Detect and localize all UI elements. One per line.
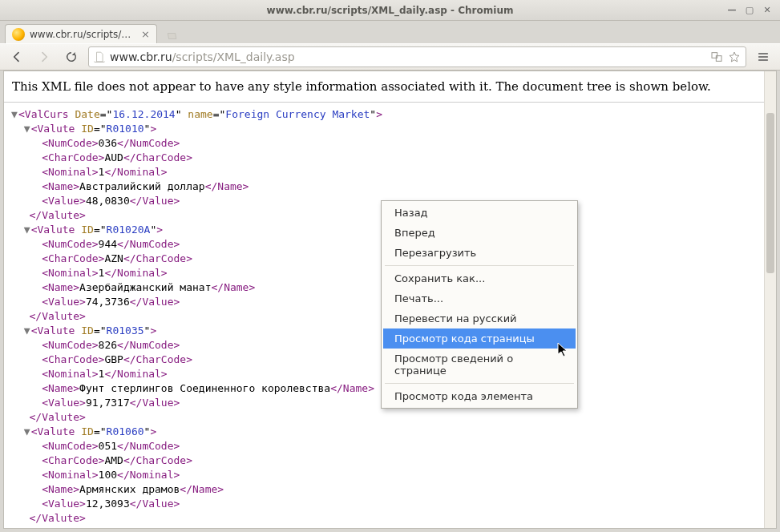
expand-toggle[interactable]: ▼ — [23, 223, 31, 237]
tab-title: www.cbr.ru/scripts/XML... — [30, 29, 135, 40]
mouse-cursor — [557, 342, 570, 361]
address-bar[interactable]: www.cbr.ru/scripts/XML_daily.asp — [88, 46, 746, 67]
arrow-right-icon — [38, 50, 51, 63]
window-minimize-button[interactable]: — — [724, 4, 740, 17]
back-button[interactable] — [6, 46, 27, 67]
window-titlebar: www.cbr.ru/scripts/XML_daily.asp - Chrom… — [0, 0, 780, 21]
vertical-scrollbar[interactable] — [764, 71, 776, 528]
tab-strip: www.cbr.ru/scripts/XML... × — [0, 21, 780, 43]
plus-icon — [166, 30, 177, 42]
menu-item[interactable]: Вперед — [383, 223, 576, 243]
menu-item[interactable]: Печать... — [383, 288, 576, 308]
scrollbar-thumb[interactable] — [766, 113, 774, 273]
translate-icon[interactable] — [710, 50, 723, 63]
expand-toggle[interactable]: ▼ — [23, 526, 31, 529]
favicon-icon — [12, 28, 25, 41]
menu-item[interactable]: Просмотр кода страницы — [383, 328, 576, 349]
context-menu[interactable]: НазадВпередПерезагрузитьСохранить как...… — [381, 200, 578, 409]
xml-notice: This XML file does not appear to have an… — [4, 71, 776, 103]
tab-close-button[interactable]: × — [141, 28, 150, 40]
reload-button[interactable] — [61, 46, 82, 67]
menu-item[interactable]: Просмотр сведений о странице — [383, 349, 576, 381]
menu-item[interactable]: Назад — [383, 203, 576, 223]
window-title: www.cbr.ru/scripts/XML_daily.asp - Chrom… — [0, 5, 780, 16]
page-icon — [94, 51, 105, 62]
window-close-button[interactable]: ✕ — [759, 4, 775, 17]
expand-toggle[interactable]: ▼ — [23, 324, 31, 338]
arrow-left-icon — [10, 50, 23, 63]
bookmark-star-icon[interactable] — [728, 50, 741, 63]
menu-icon — [757, 50, 770, 63]
menu-item[interactable]: Перезагрузить — [383, 243, 576, 263]
menu-item[interactable]: Сохранить как... — [383, 268, 576, 288]
menu-item[interactable]: Перевести на русский — [383, 308, 576, 328]
window-maximize-button[interactable]: ▢ — [742, 4, 758, 17]
expand-toggle[interactable]: ▼ — [23, 425, 31, 439]
forward-button[interactable] — [34, 46, 55, 67]
reload-icon — [65, 50, 78, 63]
url-text: www.cbr.ru/scripts/XML_daily.asp — [110, 50, 705, 63]
menu-separator — [385, 383, 574, 384]
menu-button[interactable] — [753, 46, 774, 67]
new-tab-button[interactable] — [162, 29, 181, 43]
toolbar: www.cbr.ru/scripts/XML_daily.asp — [0, 43, 780, 71]
menu-item[interactable]: Просмотр кода элемента — [383, 386, 576, 406]
expand-toggle[interactable]: ▼ — [10, 107, 18, 122]
expand-toggle[interactable]: ▼ — [23, 122, 31, 136]
menu-separator — [385, 265, 574, 266]
tab-active[interactable]: www.cbr.ru/scripts/XML... × — [5, 24, 157, 43]
